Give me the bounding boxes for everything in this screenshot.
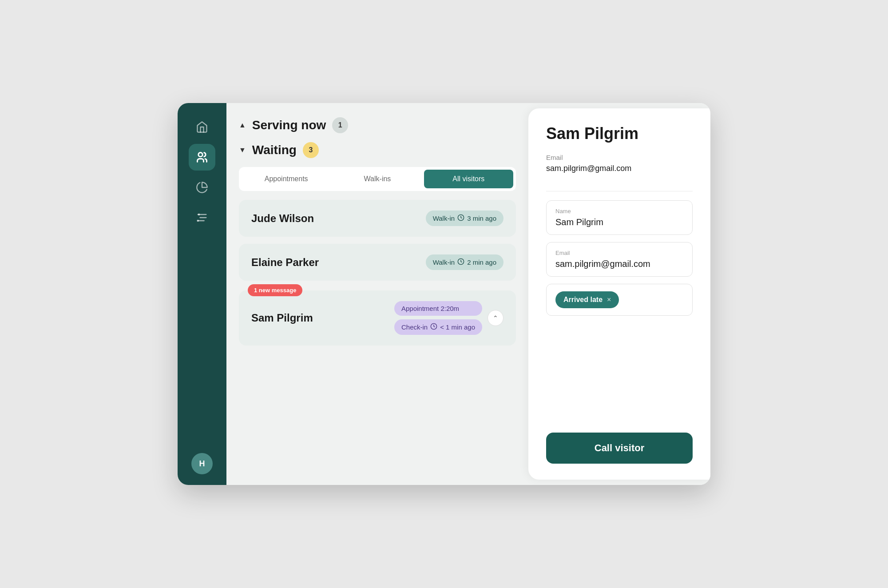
serving-now-section: ▲ Serving now 1 — [239, 117, 516, 133]
email-field-value: sam.pilgrim@gmail.com — [555, 259, 683, 269]
queue-panel: ▲ Serving now 1 ▼ Waiting 3 Appointments… — [226, 103, 528, 485]
tags-field: Arrived late × — [546, 284, 693, 316]
detail-email-value: sam.pilgrim@gmail.com — [546, 164, 693, 173]
detail-email-section: Email sam.pilgrim@gmail.com — [546, 154, 693, 173]
detail-visitor-name: Sam Pilgrim — [546, 124, 693, 143]
tab-appointments[interactable]: Appointments — [242, 170, 331, 188]
main-content: ▲ Serving now 1 ▼ Waiting 3 Appointments… — [226, 103, 710, 485]
checkin-tag-sam: Check-in < 1 min ago — [394, 319, 482, 335]
visitor-name-sam: Sam Pilgrim — [251, 312, 313, 324]
name-field-label: Name — [555, 208, 683, 215]
app-container: H ▲ Serving now 1 ▼ Waiting 3 Appointmen… — [178, 103, 710, 485]
email-field[interactable]: Email sam.pilgrim@gmail.com — [546, 242, 693, 277]
visitor-meta-sam: Appointment 2:20m Check-in < 1 min ago — [394, 301, 482, 335]
waiting-badge: 3 — [303, 142, 319, 158]
tab-all-visitors[interactable]: All visitors — [424, 170, 513, 188]
name-field[interactable]: Name Sam Pilgrim — [546, 200, 693, 235]
queue-icon[interactable] — [189, 144, 215, 171]
waiting-header: ▼ Waiting 3 — [239, 142, 516, 158]
user-avatar[interactable]: H — [191, 453, 213, 474]
name-field-value: Sam Pilgrim — [555, 217, 683, 227]
walkin-tag-elaine: Walk-in 2 min ago — [426, 254, 503, 270]
visitor-name-elaine: Elaine Parker — [251, 256, 319, 269]
walkin-tag-jude: Walk-in 3 min ago — [426, 211, 503, 226]
settings-icon[interactable] — [189, 204, 215, 231]
serving-now-chevron[interactable]: ▲ — [239, 121, 246, 129]
waiting-title: Waiting — [252, 143, 297, 157]
divider — [546, 191, 693, 191]
detail-panel: Sam Pilgrim Email sam.pilgrim@gmail.com … — [528, 108, 710, 480]
appointment-tag-sam: Appointment 2:20m — [394, 301, 482, 316]
form-tags: Arrived late × — [555, 291, 683, 308]
arrived-late-close[interactable]: × — [607, 296, 611, 304]
call-visitor-button[interactable]: Call visitor — [546, 433, 693, 464]
serving-now-title: Serving now — [252, 118, 326, 132]
serving-now-badge: 1 — [332, 117, 348, 133]
visitor-meta-jude: Walk-in 3 min ago — [426, 211, 503, 226]
filter-tabs: Appointments Walk-ins All visitors — [239, 167, 516, 191]
waiting-chevron[interactable]: ▼ — [239, 146, 246, 154]
svg-point-0 — [198, 153, 202, 157]
analytics-icon[interactable] — [189, 174, 215, 201]
sidebar: H — [178, 103, 226, 485]
clock-icon-jude — [457, 214, 464, 222]
visitor-name-jude: Jude Wilson — [251, 212, 314, 225]
email-field-label: Email — [555, 250, 683, 256]
clock-icon-elaine — [457, 258, 464, 266]
new-message-badge: 1 new message — [248, 284, 302, 296]
visitor-card-elaine[interactable]: Elaine Parker Walk-in 2 min ago — [239, 244, 516, 281]
svg-point-4 — [198, 214, 200, 216]
visitor-card-jude[interactable]: Jude Wilson Walk-in 3 min ago — [239, 200, 516, 237]
expand-button-sam[interactable]: ⌃ — [488, 310, 503, 326]
waiting-section: ▼ Waiting 3 Appointments Walk-ins All vi… — [239, 142, 516, 346]
visitor-card-sam[interactable]: 1 new message Sam Pilgrim Appointment 2:… — [239, 290, 516, 346]
svg-point-5 — [197, 220, 199, 222]
tab-walkins[interactable]: Walk-ins — [333, 170, 422, 188]
clock-icon-sam — [430, 323, 437, 331]
detail-email-label: Email — [546, 154, 693, 161]
arrived-late-tag[interactable]: Arrived late × — [555, 291, 619, 308]
home-icon[interactable] — [189, 114, 215, 140]
visitor-meta-elaine: Walk-in 2 min ago — [426, 254, 503, 270]
